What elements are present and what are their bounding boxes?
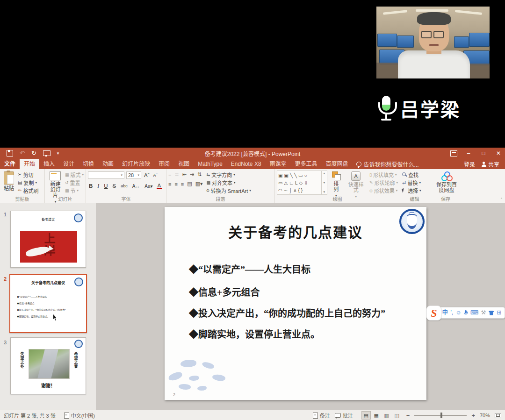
- normal-view-button[interactable]: ▤: [361, 411, 371, 420]
- shapes-row[interactable]: ◠∼⌡∧{}: [278, 188, 320, 193]
- shapes-row[interactable]: ▣▣╲╲▭○: [278, 173, 320, 178]
- shapes-row[interactable]: ▭△∟L◇⇩: [278, 180, 320, 185]
- undo-icon[interactable]: ↶: [20, 148, 25, 159]
- select-button[interactable]: 选择▾: [402, 186, 427, 194]
- zoom-slider-thumb[interactable]: [440, 413, 442, 418]
- zoom-in-button[interactable]: +: [471, 412, 475, 419]
- bold-button[interactable]: B: [88, 183, 94, 189]
- slide-title[interactable]: 关于备考的几点建议: [165, 221, 426, 242]
- shapes-gallery[interactable]: ▣▣╲╲▭○ ▭△∟L◇⇩ ◠∼⌡∧{} ▴▾▾: [277, 171, 327, 195]
- reading-view-button[interactable]: ▥: [382, 411, 391, 420]
- language-status[interactable]: 中文(中国): [64, 412, 95, 419]
- font-name-combo[interactable]: ▾: [88, 171, 124, 179]
- slide-thumbnail-1[interactable]: 备考建议 上岸: [10, 211, 86, 268]
- justify-icon[interactable]: ▤: [187, 181, 192, 187]
- strikethrough-button[interactable]: S: [111, 183, 117, 189]
- save-to-baidu-button[interactable]: 保存到百度网盘: [431, 171, 462, 194]
- decrease-indent-icon[interactable]: ⇤: [182, 171, 187, 178]
- slide-bullet-4[interactable]: ◆脚踏实地，设置停止营业点。: [189, 327, 422, 341]
- cut-button[interactable]: ✂剪切: [18, 171, 38, 178]
- slideshow-view-button[interactable]: ◫: [392, 411, 402, 420]
- ime-toolbox-icon[interactable]: ⚒: [481, 307, 486, 319]
- tab-insert[interactable]: 插入: [39, 159, 59, 169]
- font-size-combo[interactable]: 28▾: [126, 171, 141, 179]
- maximize-button[interactable]: □: [477, 148, 490, 159]
- character-spacing-button[interactable]: A↔: [131, 184, 141, 189]
- zoom-slider[interactable]: [414, 415, 467, 416]
- save-icon[interactable]: [7, 150, 13, 157]
- tab-view[interactable]: 视图: [174, 159, 194, 169]
- slide-sorter-view-button[interactable]: ▦: [372, 411, 381, 420]
- tab-rain-classroom[interactable]: 雨课堂: [266, 159, 291, 169]
- numbering-icon[interactable]: ≣: [174, 171, 179, 178]
- tab-file[interactable]: 文件: [0, 159, 20, 169]
- tab-animations[interactable]: 动画: [98, 159, 118, 169]
- bullets-icon[interactable]: ≡: [168, 172, 171, 178]
- text-shadow-button[interactable]: abc: [120, 184, 129, 188]
- slide-canvas[interactable]: 关于备考的几点建议 ◆“以需定产”——人生大目标 ◆信息+多元组合 ◆投入决定产…: [165, 207, 426, 400]
- ime-voice-icon[interactable]: [464, 310, 468, 316]
- ribbon-display-options-button[interactable]: [447, 148, 460, 159]
- slide-bullet-3[interactable]: ◆投入决定产出，“你的成功配的上自己的努力”: [189, 306, 422, 320]
- slide-bullet-1[interactable]: ◆“以需定产”——人生大目标: [189, 262, 422, 276]
- tab-slideshow[interactable]: 幻灯片放映: [118, 159, 154, 169]
- slide-thumbnail-2-selected[interactable]: 关于备考的几点建议 ◆“以需定产”——人生大目标 ◆信息+多元组合 ◆投入决定产…: [9, 274, 87, 333]
- tab-design[interactable]: 设计: [59, 159, 79, 169]
- comments-toggle[interactable]: 批注: [335, 412, 353, 419]
- sign-in-link[interactable]: 登录: [464, 160, 475, 168]
- format-painter-button[interactable]: ✏格式刷: [18, 186, 38, 194]
- shape-outline-button[interactable]: ✎形状轮廓▾: [369, 178, 398, 186]
- copy-button[interactable]: ▤复制▾: [18, 178, 38, 186]
- shape-effects-button[interactable]: ◇形状效果▾: [369, 186, 398, 194]
- section-button[interactable]: ▩节▾: [65, 186, 84, 194]
- minimize-button[interactable]: –: [462, 148, 475, 159]
- italic-button[interactable]: I: [96, 183, 100, 189]
- collapse-ribbon-icon[interactable]: ˆ: [501, 197, 502, 202]
- layout-button[interactable]: ▦版式▾: [65, 171, 84, 178]
- ime-punctuation-icon[interactable]: ’,: [450, 307, 453, 319]
- reset-button[interactable]: ↺重置: [65, 178, 84, 186]
- align-left-icon[interactable]: ≡: [168, 181, 171, 187]
- smartart-button[interactable]: ⥁转换为 SmartArt▾: [207, 186, 251, 194]
- ime-toolbar[interactable]: S 中 ’, ☺ ⌨ ⚒ ⊞: [434, 307, 505, 319]
- notes-toggle[interactable]: 备注: [313, 412, 330, 419]
- ime-grid-icon[interactable]: ⊞: [497, 307, 501, 319]
- tab-home[interactable]: 开始: [20, 159, 39, 169]
- ime-skin-icon[interactable]: [489, 311, 494, 315]
- tab-more-tools[interactable]: 更多工具: [291, 159, 322, 169]
- tab-review[interactable]: 审阅: [154, 159, 174, 169]
- zoom-percentage[interactable]: 70%: [480, 413, 490, 418]
- align-text-button[interactable]: ▩对齐文本▾: [207, 178, 251, 186]
- tell-me-box[interactable]: 告诉我你想要做什么...: [353, 159, 423, 169]
- zoom-out-button[interactable]: −: [406, 412, 410, 419]
- increase-indent-icon[interactable]: ⇥: [190, 171, 194, 178]
- text-direction-button[interactable]: ⇆文字方向▾: [207, 171, 251, 178]
- ime-emoji-icon[interactable]: ☺: [456, 307, 462, 319]
- share-button[interactable]: 共享: [482, 160, 499, 168]
- underline-button[interactable]: U: [103, 183, 108, 189]
- tab-transitions[interactable]: 切换: [79, 159, 98, 169]
- ime-keyboard-icon[interactable]: ⌨: [470, 307, 478, 319]
- qat-customize-icon[interactable]: ▾: [57, 148, 59, 159]
- align-right-icon[interactable]: ≡: [181, 181, 184, 187]
- align-center-icon[interactable]: ≡: [174, 181, 177, 187]
- change-case-button[interactable]: Aa▾: [144, 184, 153, 189]
- sogou-logo-icon[interactable]: S: [426, 306, 441, 320]
- replace-button[interactable]: ⇄替换▾: [402, 178, 427, 186]
- shape-fill-button[interactable]: ▯形状填充▾: [369, 171, 398, 178]
- tab-mathtype[interactable]: MathType: [194, 159, 227, 169]
- font-color-button[interactable]: A: [157, 183, 162, 189]
- increase-font-icon[interactable]: Aˆ: [143, 172, 151, 178]
- columns-icon[interactable]: ▧▾: [195, 181, 203, 187]
- line-spacing-icon[interactable]: ⇅: [197, 171, 202, 178]
- slide-thumbnail-3[interactable]: 失望之冬 希望之春 谢谢！: [10, 337, 86, 394]
- paste-button[interactable]: 粘贴: [2, 171, 16, 194]
- slideshow-from-start-icon[interactable]: [43, 150, 50, 156]
- slide-bullet-2[interactable]: ◆信息+多元组合: [189, 285, 422, 299]
- tab-endnote[interactable]: EndNote X8: [227, 159, 266, 169]
- decrease-font-icon[interactable]: Aˇ: [152, 173, 159, 178]
- find-button[interactable]: 查找: [402, 171, 427, 178]
- tab-baidu-netdisk[interactable]: 百度网盘: [322, 159, 353, 169]
- ime-mode-chinese[interactable]: 中: [442, 307, 448, 319]
- close-button[interactable]: ✕: [492, 148, 505, 159]
